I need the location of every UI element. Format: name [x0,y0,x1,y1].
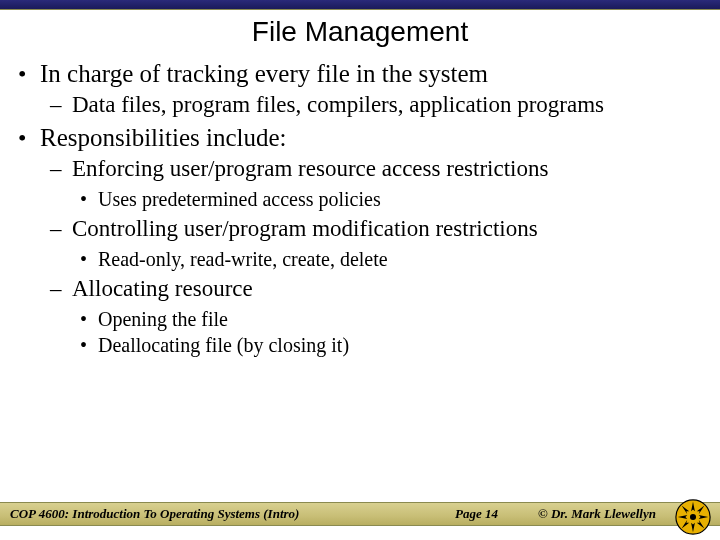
bullet-dot-icon: • [12,122,40,154]
list-item-text: Opening the file [98,306,228,332]
svg-point-1 [690,514,696,520]
footer-bar: COP 4600: Introduction To Operating Syst… [0,502,720,526]
bullet-dot-icon: • [12,58,40,90]
list-item-text: Responsibilities include: [40,122,287,154]
list-item-text: Deallocating file (by closing it) [98,332,349,358]
list-item-text: Read-only, read-write, create, delete [98,246,388,272]
bullet-dash-icon: – [50,90,72,120]
bullet-dash-icon: – [50,154,72,184]
bullet-list: • In charge of tracking every file in th… [12,58,702,358]
top-accent-bar [0,0,720,10]
list-item-text: In charge of tracking every file in the … [40,58,488,90]
list-item: • In charge of tracking every file in th… [12,58,702,120]
bullet-dot-icon: • [80,306,98,332]
list-item: – Enforcing user/program resource access… [50,154,702,212]
list-item-text: Enforcing user/program resource access r… [72,154,548,184]
list-item: • Deallocating file (by closing it) [80,332,702,358]
ucf-logo-icon [674,498,712,536]
slide: File Management • In charge of tracking … [0,0,720,540]
list-item-text: Controlling user/program modification re… [72,214,538,244]
list-item-text: Uses predetermined access policies [98,186,381,212]
list-item: • Uses predetermined access policies [80,186,702,212]
list-item-text: Data files, program files, compilers, ap… [72,90,604,120]
bullet-dot-icon: • [80,246,98,272]
footer-page: Page 14 [455,506,498,522]
slide-body: • In charge of tracking every file in th… [0,58,720,494]
bullet-dash-icon: – [50,214,72,244]
footer-course: COP 4600: Introduction To Operating Syst… [10,506,299,522]
list-item: • Opening the file [80,306,702,332]
slide-title: File Management [0,16,720,48]
list-item: • Read-only, read-write, create, delete [80,246,702,272]
bullet-dot-icon: • [80,186,98,212]
list-item-text: Allocating resource [72,274,253,304]
list-item: – Controlling user/program modification … [50,214,702,272]
footer-author: © Dr. Mark Llewellyn [538,506,656,522]
bullet-dash-icon: – [50,274,72,304]
list-item: • Responsibilities include: – Enforcing … [12,122,702,358]
footer: COP 4600: Introduction To Operating Syst… [0,494,720,540]
bullet-dot-icon: • [80,332,98,358]
list-item: – Data files, program files, compilers, … [50,90,702,120]
list-item: – Allocating resource • Opening the file [50,274,702,358]
